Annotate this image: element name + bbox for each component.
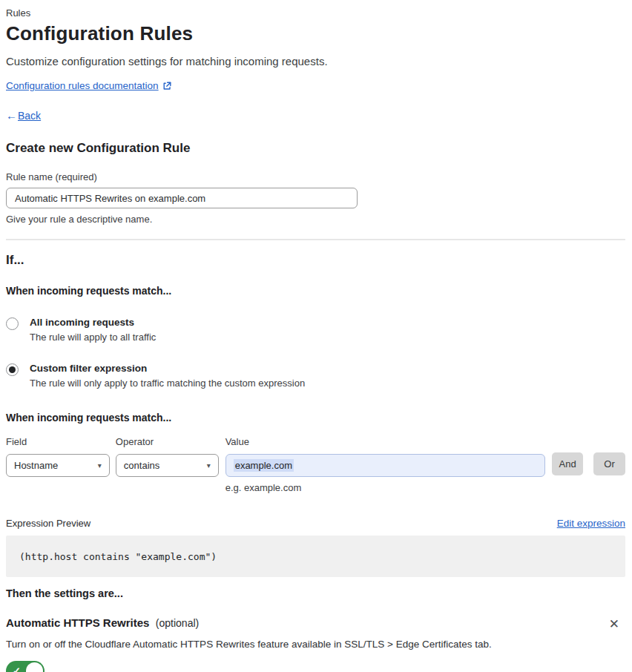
radio-option-all-incoming-requests[interactable]: All incoming requests The rule will appl…: [6, 317, 625, 343]
back-link-label: Back: [18, 110, 41, 122]
and-button[interactable]: And: [552, 452, 583, 475]
then-settings-heading: Then the settings are...: [6, 587, 625, 599]
documentation-link-label: Configuration rules documentation: [6, 80, 159, 91]
toggle-knob: [26, 662, 43, 672]
back-link[interactable]: ← Back: [6, 109, 41, 122]
chevron-down-icon: ▾: [98, 461, 102, 470]
radio-option-label: All incoming requests: [30, 317, 156, 328]
operator-label: Operator: [116, 436, 219, 447]
field-select[interactable]: Hostname ▾: [6, 454, 110, 477]
edit-expression-link[interactable]: Edit expression: [557, 518, 625, 529]
expression-code: (http.host contains "example.com"): [19, 551, 217, 562]
operator-select[interactable]: contains ▾: [116, 454, 219, 477]
radio-option-description: The rule will apply to all traffic: [30, 332, 156, 343]
field-label: Field: [6, 436, 110, 447]
rule-name-input[interactable]: [6, 188, 358, 208]
expression-preview-label: Expression Preview: [6, 518, 90, 529]
field-select-value: Hostname: [14, 460, 58, 471]
setting-header: Automatic HTTPS Rewrites (optional) ✕: [6, 616, 625, 632]
operator-select-value: contains: [124, 460, 159, 471]
section-divider: [6, 239, 625, 240]
radio-option-description: The rule will only apply to traffic matc…: [30, 378, 305, 389]
page-title: Configuration Rules: [6, 22, 625, 45]
setting-optional-label: (optional): [156, 617, 199, 629]
documentation-link[interactable]: Configuration rules documentation: [6, 80, 171, 91]
radio-option-custom-filter-expression[interactable]: Custom filter expression The rule will o…: [6, 363, 625, 389]
page-description: Customize configuration settings for mat…: [6, 55, 625, 67]
configuration-rules-page: Rules Configuration Rules Customize conf…: [0, 0, 632, 672]
radio-button-icon[interactable]: [6, 363, 19, 376]
value-helper: e.g. example.com: [226, 482, 545, 493]
radio-option-label: Custom filter expression: [30, 363, 305, 374]
setting-description: Turn on or off the Cloudflare Automatic …: [6, 639, 625, 650]
if-heading: If...: [6, 253, 625, 268]
expression-preview-box: (http.host contains "example.com"): [6, 536, 625, 577]
chevron-down-icon: ▾: [207, 461, 211, 470]
external-link-icon: [162, 82, 171, 90]
breadcrumb: Rules: [6, 7, 625, 19]
back-arrow-icon: ←: [6, 109, 17, 122]
setting-name: Automatic HTTPS Rewrites: [6, 616, 149, 629]
value-label: Value: [226, 436, 545, 447]
rule-name-helper: Give your rule a descriptive name.: [6, 214, 625, 225]
https-rewrites-toggle[interactable]: ✓: [6, 661, 45, 672]
radio-button-icon[interactable]: [6, 317, 19, 330]
incoming-requests-heading: When incoming requests match...: [6, 285, 625, 297]
value-input-text: example.com: [234, 459, 294, 472]
create-rule-heading: Create new Configuration Rule: [6, 141, 625, 156]
rule-name-label: Rule name (required): [6, 171, 625, 182]
expression-builder-row: Field Hostname ▾ Operator contains ▾ Val…: [6, 436, 625, 493]
check-icon: ✓: [13, 665, 21, 672]
builder-heading: When incoming requests match...: [6, 412, 625, 424]
close-icon[interactable]: ✕: [606, 616, 622, 632]
value-input[interactable]: example.com: [226, 454, 545, 477]
or-button[interactable]: Or: [593, 452, 625, 475]
